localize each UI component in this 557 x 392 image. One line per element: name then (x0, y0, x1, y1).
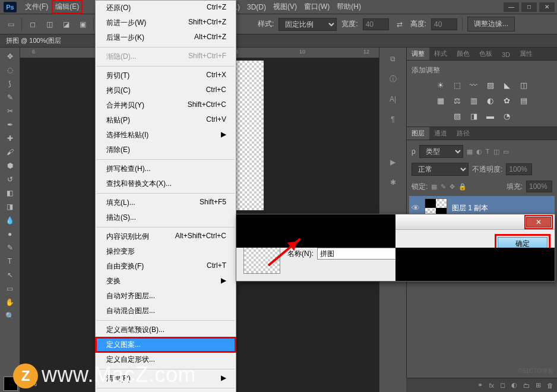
dialog-close-button[interactable]: ✕ (526, 217, 551, 227)
edit-menu-item[interactable]: 自由变换(F)Ctrl+T (96, 259, 236, 274)
filter-pixels-icon[interactable]: ▦ (467, 148, 473, 156)
edit-menu-item[interactable]: 清除(E) (96, 143, 236, 157)
path-select-tool-icon[interactable]: ↖ (2, 268, 18, 282)
hue-icon[interactable]: ◫ (517, 79, 530, 91)
invert-icon[interactable]: ▤ (517, 94, 530, 106)
lock-pos-icon[interactable]: ✥ (450, 183, 455, 191)
link-layers-icon[interactable]: ⚭ (477, 381, 483, 389)
height-input[interactable] (431, 18, 457, 30)
bw-icon[interactable]: ▦ (434, 94, 447, 106)
lock-trans-icon[interactable]: ▦ (431, 183, 437, 191)
dodge-tool-icon[interactable]: ● (2, 227, 18, 241)
eraser-tool-icon[interactable]: ◧ (2, 186, 18, 200)
sel-mode-add-icon[interactable]: ◫ (43, 18, 55, 30)
menu-extra-4[interactable]: 帮助(H) (333, 0, 365, 14)
edit-menu-item[interactable]: 定义画笔预设(B)... (96, 323, 236, 337)
edit-menu-item[interactable]: 内容识别比例Alt+Shift+Ctrl+C (96, 229, 236, 244)
tab-properties[interactable]: 属性 (515, 48, 537, 60)
edit-menu-item[interactable]: 剪切(T)Ctrl+X (96, 68, 236, 83)
hand-tool-icon[interactable]: ✋ (2, 296, 18, 309)
maximize-button[interactable]: □ (521, 2, 537, 12)
gradient-tool-icon[interactable]: ◨ (2, 200, 18, 213)
posterize-icon[interactable]: ▧ (451, 110, 464, 122)
type-tool-icon[interactable]: T (2, 255, 18, 268)
fx-icon[interactable]: fx (489, 382, 494, 389)
sel-mode-intersect-icon[interactable]: ▣ (77, 18, 88, 30)
tab-color[interactable]: 颜色 (452, 48, 474, 60)
document-tab[interactable]: 拼图 @ 100%(图层 (0, 34, 557, 48)
brush-tool-icon[interactable]: 🖌 (2, 146, 18, 159)
group-icon[interactable]: 🗀 (523, 382, 530, 389)
shape-tool-icon[interactable]: ▭ (2, 282, 18, 295)
fill-adjust-icon[interactable]: ◐ (511, 381, 517, 389)
threshold-icon[interactable]: ◨ (467, 110, 480, 122)
edit-menu-item[interactable]: 拷贝(C)Ctrl+C (96, 83, 236, 98)
balance-icon[interactable]: ⚖ (451, 94, 464, 106)
lock-all-icon[interactable]: 🔒 (458, 183, 467, 191)
edit-menu-item[interactable]: 粘贴(P)Ctrl+V (96, 113, 236, 128)
quick-select-tool-icon[interactable]: ✎ (2, 91, 18, 104)
fill-input[interactable] (526, 181, 552, 192)
lookup-icon[interactable]: ✿ (501, 94, 514, 106)
move-tool-icon[interactable]: ✥ (2, 50, 18, 63)
marquee-tool-icon[interactable]: ◌ (2, 64, 18, 77)
close-button[interactable]: ✕ (539, 2, 555, 12)
menu-extra-2[interactable]: 视图(V) (270, 0, 300, 14)
tab-channels[interactable]: 通道 (429, 127, 452, 140)
edit-menu-item[interactable]: 合并拷贝(Y)Shift+Ctrl+C (96, 98, 236, 113)
filter-smart-icon[interactable]: ▭ (503, 148, 509, 156)
edit-menu-item[interactable]: 描边(S)... (96, 210, 236, 225)
minimize-button[interactable]: — (504, 2, 519, 12)
new-layer-icon[interactable]: ⊞ (536, 381, 541, 389)
edit-menu-item[interactable]: 填充(L)...Shift+F5 (96, 195, 236, 210)
gradient-map-icon[interactable]: ▬ (484, 110, 497, 122)
opacity-input[interactable] (506, 163, 532, 175)
sel-mode-new-icon[interactable]: ◻ (27, 18, 39, 30)
tab-paths[interactable]: 路径 (452, 127, 474, 140)
edit-menu-item[interactable]: 拼写检查(H)... (96, 162, 236, 176)
healing-tool-icon[interactable]: ✚ (2, 132, 18, 145)
edit-menu-item[interactable]: 后退一步(K)Alt+Ctrl+Z (96, 30, 236, 45)
menu-file[interactable]: 文件(F) (21, 0, 52, 14)
brightness-icon[interactable]: ☀ (434, 79, 447, 91)
filter-adjust-icon[interactable]: ◐ (476, 148, 482, 156)
vibrance-icon[interactable]: ◣ (501, 79, 514, 91)
history-brush-tool-icon[interactable]: ↺ (2, 173, 18, 186)
levels-icon[interactable]: ⬚ (451, 79, 464, 91)
info-panel-icon[interactable]: ⓘ (385, 71, 401, 87)
edit-menu-item[interactable]: 选择性粘贴(I)▶ (96, 128, 236, 143)
selective-color-icon[interactable]: ◔ (501, 110, 514, 122)
edit-menu-item[interactable]: 自动对齐图层... (96, 289, 236, 304)
curves-icon[interactable]: 〰 (467, 79, 480, 91)
zoom-tool-icon[interactable]: 🔍 (2, 309, 18, 323)
edit-menu-item[interactable]: 操控变形 (96, 244, 236, 259)
tab-adjust[interactable]: 调整 (407, 48, 429, 60)
history-panel-icon[interactable]: ⧉ (385, 51, 401, 67)
play-panel-icon[interactable]: ▶ (385, 154, 401, 170)
menu-extra-1[interactable]: 3D(D) (243, 1, 270, 13)
crop-tool-icon[interactable]: ✂ (2, 105, 18, 118)
filter-shape-icon[interactable]: ◫ (493, 148, 499, 156)
channel-mix-icon[interactable]: ◐ (484, 94, 497, 106)
blur-tool-icon[interactable]: 💧 (2, 214, 18, 227)
mask-icon[interactable]: ◻ (500, 381, 505, 389)
blend-mode-select[interactable]: 正常 (412, 163, 469, 176)
delete-layer-icon[interactable]: 🗑 (547, 382, 553, 389)
tab-layers[interactable]: 图层 (407, 127, 429, 140)
pen-tool-icon[interactable]: ✎ (2, 241, 18, 254)
edit-menu-item[interactable]: 渐隐(D)...Shift+Ctrl+F (96, 49, 236, 64)
exposure-icon[interactable]: ▨ (484, 79, 497, 91)
eyedropper-tool-icon[interactable]: ✒ (2, 118, 18, 131)
visibility-icon[interactable]: 👁 (412, 203, 420, 213)
width-input[interactable] (363, 18, 389, 30)
menu-edit[interactable]: 编辑(E) (52, 0, 83, 14)
edit-menu-item[interactable]: 定义图案... (96, 337, 236, 352)
edit-menu-item[interactable]: 自动混合图层... (96, 304, 236, 318)
edit-menu-item[interactable]: 变换▶ (96, 274, 236, 289)
tab-styles[interactable]: 样式 (429, 48, 452, 60)
edit-menu-item[interactable]: 前进一步(W)Shift+Ctrl+Z (96, 15, 236, 30)
style-select[interactable]: 固定比例 (278, 18, 337, 31)
stamp-tool-icon[interactable]: ⬢ (2, 159, 18, 172)
menu-extra-3[interactable]: 窗口(W) (300, 0, 333, 14)
photo-filter-icon[interactable]: ▥ (467, 94, 480, 106)
